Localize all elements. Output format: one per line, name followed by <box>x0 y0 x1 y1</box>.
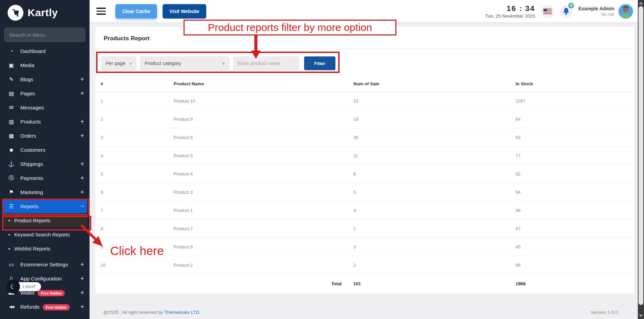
expand-plus-icon[interactable]: + <box>80 261 84 268</box>
table-row[interactable]: 3Product 63663 <box>95 128 634 147</box>
sidebar-item-label: Orders <box>20 133 80 139</box>
table-row[interactable]: 6Product 3594 <box>95 183 634 201</box>
subitem-label: Keyword Search Reports <box>14 232 70 237</box>
expand-plus-icon[interactable]: + <box>80 275 84 282</box>
bullet-icon: ● <box>8 247 10 251</box>
sidebar-item-label: Media <box>20 62 84 68</box>
expand-plus-icon[interactable]: + <box>80 90 84 97</box>
subitem-label: Product Reports <box>14 218 50 223</box>
date-display: Tue, 25 November 2025 <box>485 13 535 19</box>
cell-index: 7 <box>95 208 174 213</box>
sidebar-item-media[interactable]: ▣ Media <box>0 58 90 72</box>
product-name-input[interactable] <box>233 56 299 70</box>
table-row[interactable]: 4Product 51177 <box>95 147 634 165</box>
sidebar-item-label: Customers <box>20 147 84 153</box>
avatar[interactable] <box>619 4 633 19</box>
topbar: Clear Cache Visit Website 16 : 34 Tue, 2… <box>90 0 638 22</box>
filter-button[interactable]: Filter <box>304 56 335 70</box>
sidebar-subitem-product-reports[interactable]: ● Product Reports <box>2 213 87 227</box>
collapse-minus-icon[interactable]: − <box>80 203 84 210</box>
themelooks-link[interactable]: Themelooks LTD <box>164 310 199 315</box>
cell-product: Product 1 <box>174 208 353 213</box>
expand-plus-icon[interactable]: + <box>80 132 84 139</box>
expand-plus-icon[interactable]: + <box>80 76 84 83</box>
table-header-row: # Product Name Num of Sale In Stock <box>95 76 634 92</box>
table-row[interactable]: 10Product 2298 <box>95 256 634 274</box>
sidebar-item-reports[interactable]: ☰ Reports − <box>2 199 87 213</box>
total-stock: 1968 <box>516 281 634 286</box>
expand-plus-icon[interactable]: + <box>80 160 84 168</box>
cell-stock: 92 <box>516 171 634 177</box>
cell-index: 8 <box>95 226 174 231</box>
customers-icon: ☻ <box>7 147 16 153</box>
sidebar-item-payments[interactable]: Ⓢ Payments + <box>0 171 90 185</box>
sidebar-item-label: Blogs <box>20 76 80 82</box>
page-scrollbar[interactable] <box>638 0 644 319</box>
messages-icon: ✉ <box>7 104 16 111</box>
sidebar-item-label: Messages <box>20 105 84 110</box>
menu-search-input[interactable] <box>4 28 85 42</box>
col-header-product-name: Product Name <box>174 81 353 86</box>
logo[interactable]: Kartly <box>0 0 90 24</box>
version-label: Version 1.0.0 <box>591 310 618 315</box>
sidebar-item-label: RefundsFree Addon <box>20 304 80 310</box>
table-row[interactable]: 1Product 10151087 <box>95 92 634 110</box>
visit-website-button[interactable]: Visit Website <box>163 4 206 19</box>
footer: @2025 . All right reserved by Themelooks… <box>103 310 618 315</box>
expand-plus-icon[interactable]: + <box>80 289 84 296</box>
dashboard-icon: ◔ <box>7 48 16 54</box>
sidebar-menu: ◔ Dashboard ▣ Media ✎ Blogs + ▤ Pages + … <box>0 44 90 314</box>
cell-product: Product 3 <box>174 190 353 195</box>
sidebar-item-dashboard[interactable]: ◔ Dashboard <box>0 44 90 58</box>
scroll-up-arrow-icon[interactable] <box>639 2 643 4</box>
sidebar-subitem-wishlist-reports[interactable]: ● Wishlist Reports <box>0 242 90 256</box>
sidebar-item-messages[interactable]: ✉ Messages <box>0 100 90 115</box>
table-row[interactable]: 2Product 91884 <box>95 110 634 128</box>
products-report-card: Products Report Per page ∨ Product categ… <box>95 27 634 294</box>
cart-logo-icon <box>8 5 23 21</box>
sidebar-item-pages[interactable]: ▤ Pages + <box>0 86 90 100</box>
notifications-button[interactable]: 0 <box>560 5 573 18</box>
user-info[interactable]: Example Admin No role <box>578 6 614 17</box>
copyright-text: @2025 . All right reserved by Themelooks… <box>103 310 199 315</box>
sidebar-item-shippings[interactable]: ⚓ Shippings + <box>0 157 90 171</box>
sidebar-item-orders[interactable]: ▦ Orders + <box>0 129 90 143</box>
sidebar-item-products[interactable]: ▥ Products + <box>0 115 90 129</box>
sidebar-item-marketing[interactable]: ⚑ Marketing + <box>0 185 90 199</box>
sidebar-item-refunds[interactable]: ◀◀ RefundsFree Addon + <box>0 300 90 314</box>
moon-icon[interactable]: ☾ <box>6 280 20 294</box>
table-row[interactable]: 7Product 1496 <box>95 201 634 220</box>
clear-cache-button[interactable]: Clear Cache <box>115 4 157 19</box>
scroll-down-arrow-icon[interactable] <box>639 315 643 317</box>
user-name: Example Admin <box>578 6 614 11</box>
per-page-select[interactable]: Per page ∨ <box>101 56 136 70</box>
sidebar: Kartly ◔ Dashboard ▣ Media ✎ Blogs + ▤ P… <box>0 0 90 319</box>
sidebar-item-blogs[interactable]: ✎ Blogs + <box>0 72 90 86</box>
expand-plus-icon[interactable]: + <box>80 189 84 196</box>
table-row[interactable]: 5Product 4692 <box>95 165 634 183</box>
bullet-icon: ● <box>8 219 10 222</box>
payments-icon: Ⓢ <box>7 174 16 182</box>
sidebar-subitem-keyword-search-reports[interactable]: ● Keyword Search Reports <box>0 227 90 242</box>
category-value: Product category <box>145 61 181 66</box>
col-header-index: # <box>95 81 174 86</box>
expand-plus-icon[interactable]: + <box>80 303 84 310</box>
table-row[interactable]: 8Product 7197 <box>95 220 634 238</box>
sidebar-item-ecommerce-settings[interactable]: ▭ Ecommerce Settings + <box>0 257 90 272</box>
reports-icon: ☰ <box>7 203 16 210</box>
sidebar-item-customers[interactable]: ☻ Customers <box>0 143 90 157</box>
clock: 16 : 34 Tue, 25 November 2025 <box>485 4 535 19</box>
hamburger-menu-icon[interactable] <box>96 8 106 15</box>
cell-stock: 98 <box>516 263 634 268</box>
table-row[interactable]: 9Product 8345 <box>95 238 634 256</box>
expand-plus-icon[interactable]: + <box>80 118 84 125</box>
products-table: # Product Name Num of Sale In Stock 1Pro… <box>95 76 634 293</box>
product-category-select[interactable]: Product category ∨ <box>140 56 229 70</box>
language-flag-button[interactable] <box>541 5 554 18</box>
media-icon: ▣ <box>7 62 16 68</box>
notification-count-badge: 0 <box>568 2 575 9</box>
ecommerce-settings-icon: ▭ <box>7 261 16 268</box>
cell-index: 3 <box>95 135 174 140</box>
scrollbar-thumb[interactable] <box>638 6 643 305</box>
expand-plus-icon[interactable]: + <box>80 174 84 182</box>
